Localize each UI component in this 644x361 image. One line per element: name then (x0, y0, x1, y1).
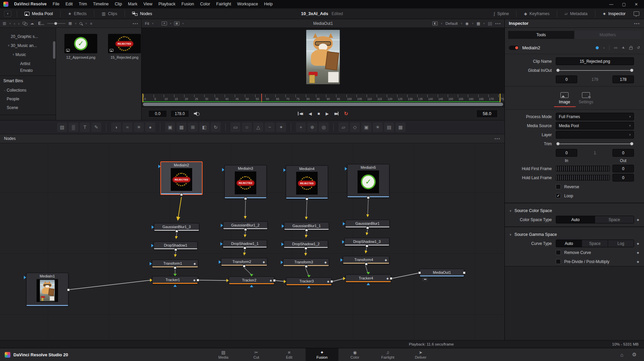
source-gamma-space-section[interactable]: ∨Source Gamma Space (505, 229, 644, 239)
menu-fusion[interactable]: Fusion (178, 0, 197, 8)
channel-toggle[interactable]: ▦ (174, 21, 179, 25)
node-mediain4[interactable]: MediaIn4REJECTED (286, 165, 328, 199)
zoom-fit-select[interactable]: Fit (145, 21, 149, 25)
modifier-diamond-icon[interactable]: ◈ (270, 279, 272, 282)
layer-select[interactable]: ∨ (556, 131, 634, 139)
output-port[interactable] (366, 226, 369, 229)
lock-icon[interactable] (629, 47, 633, 50)
clip-card[interactable]: ✓12_Approved.png (64, 34, 98, 59)
node-enable-toggle[interactable] (509, 46, 519, 50)
shape-3d-tool-icon[interactable]: ◇ (350, 122, 360, 132)
menu-workspace[interactable]: Workspace (234, 0, 261, 8)
gain-toggle[interactable]: A (162, 21, 167, 25)
grid-view-icon[interactable]: ▦ (68, 21, 72, 25)
relink-icon[interactable] (22, 22, 27, 25)
ui-layout-toggle[interactable]: ∨ (4, 11, 11, 17)
audio-mute-icon[interactable] (194, 112, 198, 116)
modifier-diamond-icon[interactable]: ◈ (386, 277, 389, 280)
workspace-layout-icon[interactable] (634, 11, 639, 16)
foreground-input-port[interactable] (173, 274, 177, 276)
input-port[interactable] (283, 168, 286, 172)
output-port[interactable] (244, 247, 246, 249)
node-graph[interactable]: MediaIn2REJECTEDMediaIn3REJECTEDMediaIn4… (0, 143, 504, 340)
tab-settings[interactable]: Settings (576, 92, 596, 104)
hold-first-frame-scrubber[interactable] (556, 166, 610, 171)
search-icon[interactable] (79, 22, 82, 25)
input-port[interactable] (345, 167, 347, 170)
node-mediaout1[interactable]: MediaOut1 (420, 269, 464, 277)
loop-checkbox[interactable]: ✓ (556, 193, 561, 198)
curve-space-button[interactable]: Space (582, 240, 607, 247)
foreground-input-port[interactable] (307, 275, 311, 277)
input-port[interactable] (151, 244, 154, 247)
paint-tool-icon[interactable]: ✎ (91, 122, 101, 132)
transform-tool-icon[interactable]: ↻ (211, 122, 221, 132)
global-in-field[interactable]: 0 (556, 75, 577, 83)
media-pool-button[interactable]: Media Pool (19, 8, 58, 19)
spot-light-3d-tool-icon[interactable]: ☀ (373, 122, 383, 132)
viewer-options-icon[interactable]: ••• (495, 21, 501, 25)
curve-log-button[interactable]: Log (608, 240, 634, 247)
bin-item[interactable]: Envato (0, 68, 56, 73)
timeline-ruler[interactable]: 0510152025303540455055606570758085909510… (142, 93, 504, 102)
grid-overlay-icon[interactable]: ▦ (477, 21, 480, 26)
spline-button[interactable]: ∫Spline (488, 8, 514, 19)
color-curves-tool-icon[interactable]: ≈ (122, 122, 132, 132)
keyframe-diamond-icon[interactable]: ◆ (634, 260, 642, 263)
cst-auto-button[interactable]: Auto (556, 216, 595, 223)
node-gaussianblur1_1[interactable]: GaussianBlur1_1 (284, 222, 329, 230)
settings-gear-icon[interactable]: ⚙ (632, 352, 637, 358)
trim-out-field[interactable]: 0 (612, 149, 634, 157)
input-port[interactable] (150, 278, 152, 282)
background-tool-icon[interactable]: ▧ (57, 122, 67, 132)
input-port[interactable] (343, 277, 345, 280)
node-tracker1[interactable]: Tracker1◈ (152, 276, 198, 284)
play-button[interactable]: ▶ (326, 111, 329, 116)
pin-icon[interactable]: ➤ (621, 45, 626, 51)
output-port[interactable] (330, 280, 333, 283)
page-tab-cut[interactable]: ✂Cut (240, 348, 273, 361)
node-mediain5[interactable]: MediaIn5✓ (347, 164, 389, 198)
output-port[interactable] (367, 196, 370, 199)
tab-image[interactable]: Image (554, 92, 575, 104)
lut-select[interactable]: Default (445, 21, 458, 25)
node-mediain3[interactable]: MediaIn3REJECTED (224, 165, 267, 199)
smart-bin-item[interactable]: Scene (0, 103, 56, 112)
node-dropshadow1[interactable]: DropShadow1 (154, 242, 198, 250)
foreground-input-port[interactable] (367, 272, 370, 274)
input-port[interactable] (158, 165, 161, 168)
node-dropshadow1_1[interactable]: DropShadow1_1 (223, 240, 267, 248)
source-color-space-section[interactable]: ∨Source Color Space (505, 206, 644, 215)
sort-icon[interactable]: ≡ (90, 21, 92, 25)
output-port[interactable] (305, 229, 308, 231)
hold-first-frame-field[interactable]: 0 (612, 165, 634, 172)
snapshot-icon[interactable]: ▭ (614, 46, 617, 50)
forward-button[interactable]: › (18, 21, 19, 25)
input-port[interactable] (342, 240, 344, 244)
menu-help[interactable]: Help (261, 0, 276, 8)
bin-tree-scrollbar[interactable] (53, 41, 55, 59)
fastnoise-tool-icon[interactable]: ▒ (68, 122, 78, 132)
menu-clip[interactable]: Clip (112, 0, 125, 8)
menu-playback[interactable]: Playback (155, 0, 178, 8)
merge-tool-icon[interactable]: ▣ (165, 122, 175, 132)
foreground-input-port[interactable] (250, 274, 253, 276)
input-port[interactable] (284, 280, 286, 283)
goto-last-button[interactable]: ▶▶ (334, 112, 338, 115)
modifier-diamond-icon[interactable]: ◈ (263, 260, 265, 264)
goto-first-button[interactable]: ◀◀ (298, 112, 303, 115)
global-out-field[interactable]: 178 (612, 75, 634, 83)
range-start-field[interactable]: 0.0 (148, 110, 167, 117)
bin-view-icon[interactable]: ▥ (3, 21, 6, 25)
output-port[interactable] (306, 198, 308, 200)
inspector-options-icon[interactable]: ••• (634, 21, 640, 25)
mask-input-port[interactable] (250, 285, 253, 287)
modifier-diamond-icon[interactable]: ◈ (327, 280, 329, 283)
output-port[interactable] (244, 228, 247, 231)
bin-item[interactable]: ∨30_Music an... (0, 41, 56, 50)
smart-bin-item[interactable]: ›Collections (0, 86, 56, 95)
page-tab-fusion[interactable]: ✦Fusion (306, 348, 338, 361)
input-port[interactable] (282, 224, 284, 228)
color-corrector-tool-icon[interactable]: ◑ (111, 122, 121, 132)
menu-mark[interactable]: Mark (125, 0, 141, 8)
